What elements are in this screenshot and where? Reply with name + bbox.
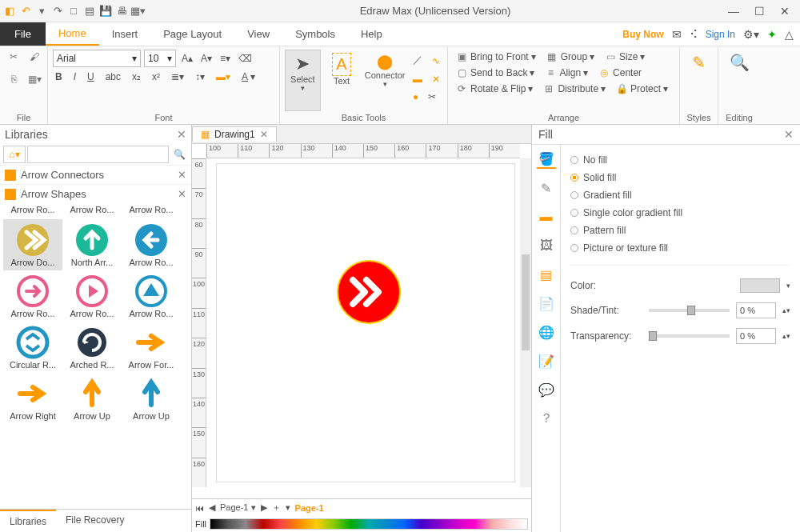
add-page-icon[interactable]: ＋ bbox=[272, 502, 281, 514]
vertical-scrollbar[interactable] bbox=[520, 158, 531, 487]
color-picker[interactable] bbox=[740, 278, 780, 293]
rotate-flip-button[interactable]: ⟳Rotate & Flip ▾ bbox=[453, 82, 535, 96]
shape-item[interactable]: Arched R... bbox=[62, 322, 122, 373]
styles-button[interactable]: ✎ bbox=[685, 50, 713, 111]
curve-tool-icon[interactable]: ∿ bbox=[430, 53, 442, 68]
collapse-ribbon-icon[interactable]: △ bbox=[785, 28, 794, 41]
sign-in-link[interactable]: Sign In bbox=[706, 29, 735, 40]
shape-item[interactable]: Arrow Up bbox=[122, 373, 181, 424]
layer-icon[interactable]: ▤ bbox=[537, 265, 556, 284]
close-fill-panel-icon[interactable]: ✕ bbox=[784, 128, 794, 141]
redo-icon[interactable]: ↷ bbox=[51, 5, 64, 18]
clear-format-icon[interactable]: ⌫ bbox=[236, 52, 254, 65]
wondershare-icon[interactable]: ✦ bbox=[767, 28, 777, 41]
tab-page-layout[interactable]: Page Layout bbox=[150, 22, 234, 46]
bullets-button[interactable]: ≣▾ bbox=[169, 70, 186, 83]
picture-icon[interactable]: 🖼 bbox=[537, 236, 556, 255]
export-icon[interactable]: ▦▾ bbox=[131, 5, 144, 18]
crop-tool-icon[interactable]: ✂ bbox=[426, 90, 438, 103]
buy-now-link[interactable]: Buy Now bbox=[622, 29, 663, 40]
shape-item[interactable]: North Arr... bbox=[62, 219, 122, 270]
close-button[interactable]: ✕ bbox=[778, 5, 792, 18]
note-icon[interactable]: 📝 bbox=[537, 351, 556, 370]
transparency-slider[interactable] bbox=[649, 334, 730, 338]
print-icon[interactable]: 🖶 bbox=[115, 5, 128, 18]
tab-insert[interactable]: Insert bbox=[99, 22, 151, 46]
shape-item[interactable]: Circular R... bbox=[3, 322, 62, 373]
page-selector[interactable]: Page-1 ▾ bbox=[220, 502, 256, 513]
line-tool-icon[interactable]: ／ bbox=[410, 53, 425, 68]
shape-item[interactable]: Arrow Right bbox=[3, 373, 62, 424]
close-section-icon[interactable]: ✕ bbox=[178, 169, 186, 181]
library-section-shapes[interactable]: Arrow Shapes ✕ bbox=[0, 184, 191, 203]
help-icon[interactable]: ？ bbox=[537, 409, 556, 428]
next-page-icon[interactable]: ▶ bbox=[261, 502, 267, 513]
search-icon[interactable]: 🔍 bbox=[170, 146, 188, 163]
minimize-button[interactable]: — bbox=[726, 5, 741, 18]
find-button[interactable]: 🔍 bbox=[723, 50, 755, 111]
text-tool-button[interactable]: A Text bbox=[324, 50, 360, 111]
file-menu[interactable]: File bbox=[0, 22, 46, 46]
shape-item[interactable]: Arrow Ro... bbox=[3, 270, 62, 322]
font-color-button[interactable]: A▾ bbox=[239, 70, 258, 83]
superscript-button[interactable]: x² bbox=[150, 70, 162, 83]
font-size-select[interactable]: 10▾ bbox=[144, 50, 176, 67]
close-doc-icon[interactable]: ✕ bbox=[260, 129, 268, 140]
shape-item[interactable]: Arrow Ro... bbox=[122, 219, 181, 270]
fill-option-radio[interactable]: Picture or texture fill bbox=[570, 239, 790, 257]
copy-button[interactable]: ⎘ bbox=[5, 72, 22, 86]
subscript-button[interactable]: x₂ bbox=[130, 70, 143, 83]
bold-button[interactable]: B bbox=[53, 70, 65, 83]
bring-to-front-button[interactable]: ▣Bring to Front ▾ bbox=[453, 50, 538, 64]
tab-symbols[interactable]: Symbols bbox=[282, 22, 348, 46]
tab-home[interactable]: Home bbox=[46, 22, 99, 46]
comment-icon[interactable]: 💬 bbox=[537, 380, 556, 399]
close-section-icon[interactable]: ✕ bbox=[178, 188, 186, 200]
canvas-area[interactable]: 100110120130140150160170180190 607080901… bbox=[192, 144, 531, 498]
save-icon[interactable]: 💾 bbox=[99, 5, 112, 18]
footer-tab-recovery[interactable]: File Recovery bbox=[56, 510, 134, 532]
drawing-page[interactable] bbox=[216, 163, 515, 482]
italic-button[interactable]: I bbox=[71, 70, 78, 83]
undo-icon[interactable]: ↶ bbox=[19, 5, 32, 18]
share-icon[interactable]: ⠪ bbox=[690, 28, 698, 41]
align-icon[interactable]: ≡▾ bbox=[218, 52, 233, 65]
shape-item[interactable]: Arrow Up bbox=[62, 373, 122, 424]
center-button[interactable]: ◎Center bbox=[595, 66, 644, 80]
align-button[interactable]: ≡Align ▾ bbox=[542, 66, 590, 80]
prev-page-icon[interactable]: ◀ bbox=[209, 502, 215, 513]
close-libraries-icon[interactable]: ✕ bbox=[177, 128, 186, 141]
fill-option-radio[interactable]: Single color gradient fill bbox=[570, 204, 790, 222]
new-icon[interactable]: □ bbox=[67, 5, 80, 18]
shape-item[interactable]: Arrow Ro... bbox=[122, 270, 181, 322]
shape-item[interactable]: Arrow Ro... bbox=[62, 270, 122, 322]
delete-tool-icon[interactable]: ✕ bbox=[430, 73, 442, 86]
ellipse-tool-icon[interactable]: ● bbox=[410, 90, 421, 103]
library-home-button[interactable]: ⌂▾ bbox=[3, 146, 26, 163]
paste-dropdown[interactable]: ▦▾ bbox=[26, 72, 43, 86]
font-name-select[interactable]: Arial▾ bbox=[53, 50, 141, 67]
size-button[interactable]: ▭Size ▾ bbox=[602, 50, 647, 64]
settings-icon[interactable]: ⚙▾ bbox=[743, 28, 759, 41]
page-options-icon[interactable]: ▾ bbox=[286, 502, 290, 513]
fill-option-radio[interactable]: Gradient fill bbox=[570, 186, 790, 204]
group-button[interactable]: ▦Group ▾ bbox=[543, 50, 597, 64]
send-to-back-button[interactable]: ▢Send to Back ▾ bbox=[453, 66, 537, 80]
current-page-tab[interactable]: Page-1 bbox=[295, 503, 324, 513]
open-icon[interactable]: ▤ bbox=[83, 5, 96, 18]
highlight-button[interactable]: ▬▾ bbox=[214, 70, 233, 83]
format-painter-button[interactable]: 🖌 bbox=[26, 50, 43, 64]
decrease-font-icon[interactable]: A▾ bbox=[198, 52, 214, 65]
spacing-button[interactable]: ↕▾ bbox=[193, 70, 207, 83]
distribute-button[interactable]: ⊞Distribute ▾ bbox=[540, 82, 608, 96]
tab-view[interactable]: View bbox=[234, 22, 282, 46]
color-dropdown-icon[interactable]: ▾ bbox=[786, 282, 790, 290]
rect-tool-icon[interactable]: ▬ bbox=[410, 73, 425, 86]
shape-item[interactable]: Arrow For... bbox=[122, 322, 181, 373]
fill-option-radio[interactable]: Solid fill bbox=[570, 169, 790, 186]
paste-button[interactable]: ✂ bbox=[5, 50, 22, 64]
undo-dropdown-icon[interactable]: ▾ bbox=[35, 5, 48, 18]
document-tab[interactable]: ▦ Drawing1 ✕ bbox=[192, 126, 277, 142]
shape-item[interactable]: Arrow Do... bbox=[3, 219, 62, 270]
library-section-connectors[interactable]: Arrow Connectors ✕ bbox=[0, 165, 191, 184]
